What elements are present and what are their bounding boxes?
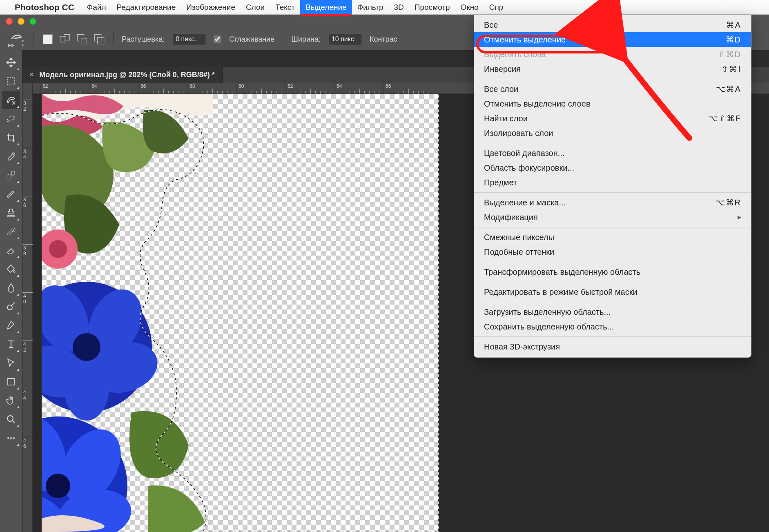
- hand-tool[interactable]: [2, 392, 20, 410]
- minimize-window-button[interactable]: [18, 18, 25, 25]
- paint-bucket-tool[interactable]: [2, 260, 20, 278]
- more-tool[interactable]: [2, 429, 20, 447]
- menuitem-новая-3d-экструзия[interactable]: Новая 3D-экструзия: [474, 339, 751, 354]
- menu-separator: [474, 143, 751, 143]
- menuitem-подобные-оттенки[interactable]: Подобные оттенки: [474, 245, 751, 259]
- menu-изображение[interactable]: Изображение: [181, 0, 241, 15]
- width-input[interactable]: [329, 34, 361, 45]
- vertical-ruler[interactable]: 3234363840424446: [22, 83, 33, 532]
- menuitem-редактировать-в-режиме-быстрой-маски[interactable]: Редактировать в режиме быстрой маски: [474, 285, 751, 299]
- document-tab[interactable]: × Модель оригинал.jpg @ 202% (Слой 0, RG…: [22, 67, 223, 83]
- menuitem-загрузить-выделенную-область-[interactable]: Загрузить выделенную область...: [474, 305, 751, 319]
- menu-спр[interactable]: Спр: [484, 0, 509, 15]
- menu-фильтр[interactable]: Фильтр: [352, 0, 389, 15]
- svg-point-14: [13, 437, 15, 439]
- menu-3d[interactable]: 3D: [389, 0, 409, 15]
- menuitem-все[interactable]: Все⌘A: [474, 18, 751, 32]
- feather-input[interactable]: [173, 34, 205, 45]
- menu-окно[interactable]: Окно: [455, 0, 484, 15]
- ruler-tick: 60: [237, 83, 237, 94]
- menuitem-label: Выделить снова: [484, 50, 546, 59]
- svg-rect-8: [11, 171, 15, 175]
- menuitem-label: Все: [484, 20, 498, 30]
- eyedropper-tool[interactable]: [2, 147, 20, 165]
- menuitem-изолировать-слои[interactable]: Изолировать слои: [474, 126, 751, 140]
- expand-tools-icon[interactable]: ▶▶: [0, 39, 22, 51]
- menuitem-найти-слои[interactable]: Найти слои⌥⇧⌘F: [474, 111, 751, 126]
- menu-файл[interactable]: Файл: [82, 0, 111, 15]
- menuitem-выделение-и-маска-[interactable]: Выделение и маска...⌥⌘R: [474, 195, 751, 210]
- menu-separator: [474, 227, 751, 227]
- menu-текст[interactable]: Текст: [270, 0, 300, 15]
- menu-separator: [474, 262, 751, 262]
- svg-rect-10: [8, 378, 14, 385]
- menuitem-label: Цветовой диапазон...: [484, 149, 564, 158]
- new-selection-icon[interactable]: [42, 33, 53, 45]
- type-tool[interactable]: [2, 335, 20, 353]
- path-select-tool[interactable]: [2, 354, 20, 372]
- menuitem-модификация[interactable]: Модификация: [474, 210, 751, 225]
- menuitem-отменить-выделение-слоев[interactable]: Отменить выделение слоев: [474, 96, 751, 111]
- document-canvas[interactable]: [42, 94, 439, 532]
- marquee-tool[interactable]: [2, 72, 20, 90]
- svg-rect-1: [64, 34, 70, 40]
- subtract-selection-icon[interactable]: [76, 33, 88, 45]
- magnetic-lasso-tool[interactable]: [2, 91, 20, 109]
- menuitem-label: Трансформировать выделенную область: [484, 267, 640, 277]
- ruler-tick: 58: [188, 83, 188, 94]
- menuitem-label: Модификация: [484, 213, 538, 222]
- menuitem-shortcut: ⌥⇧⌘F: [709, 114, 741, 123]
- menu-редактирование[interactable]: Редактирование: [111, 0, 181, 15]
- close-window-button[interactable]: [6, 18, 13, 25]
- menuitem-трансформировать-выделенную-область[interactable]: Трансформировать выделенную область: [474, 265, 751, 279]
- zoom-tool[interactable]: [2, 410, 20, 428]
- pen-tool[interactable]: [2, 316, 20, 334]
- svg-rect-3: [81, 38, 87, 44]
- history-brush-tool[interactable]: [2, 223, 20, 240]
- crop-tool[interactable]: [2, 129, 20, 147]
- svg-rect-4: [94, 34, 101, 41]
- antialias-checkbox[interactable]: [214, 36, 221, 43]
- menuitem-сохранить-выделенную-область-[interactable]: Сохранить выделенную область...: [474, 319, 751, 334]
- menuitem-смежные-пикселы[interactable]: Смежные пикселы: [474, 230, 751, 245]
- intersect-selection-icon[interactable]: [94, 33, 105, 45]
- close-tab-icon[interactable]: ×: [30, 71, 33, 78]
- menuitem-предмет[interactable]: Предмет: [474, 175, 751, 190]
- menuitem-label: Отменить выделение: [484, 35, 566, 45]
- svg-point-23: [73, 333, 100, 361]
- ruler-tick: 44: [22, 389, 33, 389]
- brush-tool[interactable]: [2, 185, 20, 203]
- spot-heal-tool[interactable]: [2, 166, 20, 184]
- menu-слои[interactable]: Слои: [241, 0, 270, 15]
- menu-separator: [474, 302, 751, 302]
- menuitem-label: Сохранить выделенную область...: [484, 322, 614, 332]
- selection-menu-dropdown[interactable]: Все⌘AОтменить выделение⌘DВыделить снова⇧…: [474, 15, 751, 358]
- add-selection-icon[interactable]: [59, 33, 71, 45]
- menuitem-shortcut: ⌥⌘A: [716, 84, 741, 94]
- tools-panel: ▶▶: [0, 51, 22, 532]
- menuitem-shortcut: ⌥⌘R: [716, 198, 741, 207]
- stamp-tool[interactable]: [2, 204, 20, 222]
- menuitem-цветовой-диапазон-[interactable]: Цветовой диапазон...: [474, 146, 751, 160]
- menuitem-shortcut: ⌘D: [726, 35, 741, 45]
- feather-label: Растушевка:: [122, 35, 165, 44]
- menu-выделение[interactable]: Выделение: [300, 0, 352, 15]
- eraser-tool[interactable]: [2, 241, 20, 259]
- menuitem-инверсия[interactable]: Инверсия⇧⌘I: [474, 62, 751, 76]
- menu-просмотр[interactable]: Просмотр: [409, 0, 455, 15]
- menuitem-все-слои[interactable]: Все слои⌥⌘A: [474, 82, 751, 96]
- ruler-tick: 40: [22, 292, 33, 293]
- svg-point-11: [7, 416, 13, 421]
- document-title: Модель оригинал.jpg @ 202% (Слой 0, RGB/…: [39, 71, 215, 79]
- blur-tool[interactable]: [2, 279, 20, 297]
- lasso-tool[interactable]: [2, 110, 20, 128]
- menuitem-отменить-выделение[interactable]: Отменить выделение⌘D: [474, 32, 751, 47]
- app-name[interactable]: Photoshop CC: [15, 2, 74, 12]
- mac-menubar[interactable]: Photoshop CC ФайлРедактированиеИзображен…: [0, 0, 769, 15]
- ruler-tick: 62: [286, 83, 286, 94]
- shape-tool[interactable]: [2, 373, 20, 391]
- menuitem-область-фокусировки-[interactable]: Область фокусировки...: [474, 160, 751, 175]
- dodge-tool[interactable]: [2, 298, 20, 316]
- zoom-window-button[interactable]: [29, 18, 36, 25]
- move-tool[interactable]: [2, 53, 20, 71]
